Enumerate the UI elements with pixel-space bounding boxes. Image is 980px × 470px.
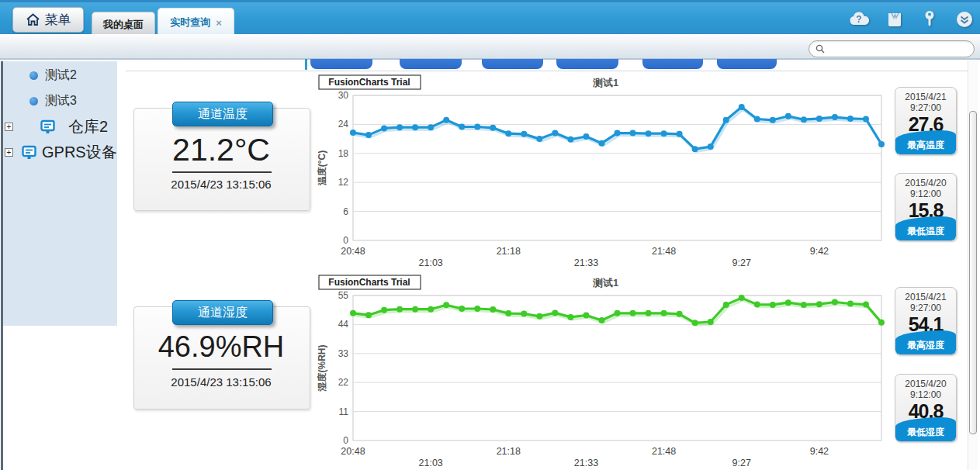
expand-icon[interactable]: + <box>5 148 13 157</box>
data-point <box>615 310 621 316</box>
gift-icon[interactable] <box>884 9 906 29</box>
data-point <box>692 320 698 326</box>
y-tick-label: 55 <box>338 290 349 301</box>
y-tick-label: 24 <box>338 119 349 130</box>
data-point <box>428 306 434 313</box>
stat-card-max-temperature: 2015/4/21 9:27:00 27.6 最高温度 <box>895 87 957 155</box>
y-axis-title: 温度(°C) <box>317 150 327 185</box>
data-point <box>365 132 372 138</box>
y-tick-label: 0 <box>343 235 348 246</box>
data-point <box>474 124 480 130</box>
stat-label: 最高温度 <box>895 130 956 152</box>
close-icon[interactable]: × <box>216 18 222 28</box>
data-point <box>677 131 683 137</box>
channel-pill[interactable] <box>642 59 703 69</box>
pill-row-edge <box>305 59 307 70</box>
data-point <box>583 133 589 140</box>
y-tick-label: 18 <box>338 148 349 159</box>
watermark-label: FusionCharts Trial <box>328 277 410 288</box>
data-point <box>630 310 636 316</box>
stat-label: 最低湿度 <box>895 417 956 439</box>
data-point <box>739 104 745 110</box>
temperature-chart: 0612182430温度(°C)FusionCharts Trial测试120:… <box>314 73 886 271</box>
stat-label: 最低温度 <box>895 216 956 238</box>
tab-label: 我的桌面 <box>103 18 144 32</box>
home-icon <box>26 13 40 26</box>
data-point <box>443 302 449 308</box>
humidity-value: 46.9%RH <box>133 330 309 364</box>
data-point <box>350 310 356 316</box>
stat-label-badge: 最高温度 <box>895 130 956 154</box>
y-tick-label: 44 <box>338 319 349 330</box>
stat-card-min-humidity: 2015/4/20 9:12:00 40.8 最低湿度 <box>895 374 957 442</box>
cloud-help-icon[interactable]: ? <box>849 9 871 29</box>
data-point <box>863 116 869 123</box>
y-tick-label: 22 <box>338 377 349 388</box>
stat-time: 9:27:00 <box>895 302 956 313</box>
stat-date: 2015/4/21 <box>895 292 956 302</box>
data-point <box>708 143 714 150</box>
tab-realtime-query[interactable]: 实时查询 × <box>158 8 234 36</box>
chart-title: 测试1 <box>592 77 618 88</box>
x-tick-label: 9:42 <box>810 446 829 457</box>
tab-label: 实时查询 <box>170 16 210 29</box>
channel-humidity-badge[interactable]: 通道湿度 <box>172 300 273 325</box>
data-point <box>443 117 449 123</box>
data-point <box>847 116 854 122</box>
search-box[interactable] <box>809 40 975 57</box>
search-input[interactable] <box>829 42 968 56</box>
channel-pill[interactable] <box>400 59 462 69</box>
menu-button-label: 菜单 <box>45 11 71 29</box>
data-point <box>801 302 807 308</box>
data-point <box>397 124 403 130</box>
stat-date: 2015/4/21 <box>895 92 956 102</box>
x-tick-label: 9:42 <box>810 246 829 257</box>
stat-card-min-temperature: 2015/4/20 9:12:00 15.8 最低温度 <box>895 173 957 241</box>
x-tick-label: 9:27 <box>732 458 751 468</box>
x-tick-label: 9:27 <box>732 257 751 268</box>
stat-card-max-humidity: 2015/4/21 9:27:00 54.1 最高湿度 <box>895 287 957 355</box>
data-point <box>816 301 822 307</box>
tree-item-gprs-devices[interactable]: + GPRS设备 <box>5 142 117 163</box>
watermark-label: FusionCharts Trial <box>328 77 410 88</box>
data-point <box>754 116 760 123</box>
data-point <box>459 124 465 130</box>
tab-my-desktop[interactable]: 我的桌面 <box>92 12 155 36</box>
data-point <box>505 130 511 137</box>
channel-temperature-badge[interactable]: 通道温度 <box>172 102 273 126</box>
data-point <box>459 306 465 312</box>
channel-pill[interactable] <box>482 59 543 69</box>
data-point <box>770 117 776 123</box>
data-point <box>847 301 854 307</box>
data-point <box>801 116 807 123</box>
y-tick-label: 0 <box>343 435 348 446</box>
expand-icon[interactable]: + <box>5 123 13 131</box>
stat-label-badge: 最低湿度 <box>895 417 956 441</box>
y-tick-label: 11 <box>339 406 349 417</box>
key-icon[interactable] <box>919 9 940 29</box>
data-point <box>692 146 698 152</box>
channel-pill[interactable] <box>556 59 618 69</box>
data-point <box>505 310 511 316</box>
stat-label-badge: 最高湿度 <box>895 330 956 354</box>
data-point <box>661 310 667 316</box>
y-axis-title: 湿度(%RH) <box>317 345 327 392</box>
data-point <box>832 114 838 120</box>
data-point <box>723 117 729 123</box>
data-point <box>521 310 527 316</box>
menu-button[interactable]: 菜单 <box>12 7 84 33</box>
channel-pill[interactable] <box>310 59 372 69</box>
tree-item-warehouse2[interactable]: + 仓库2 <box>5 116 108 137</box>
collapse-icon[interactable] <box>954 9 975 29</box>
tree-item-test3[interactable]: 测试3 <box>29 93 77 109</box>
tree-item-test2[interactable]: 测试2 <box>29 67 77 84</box>
data-point <box>490 125 496 131</box>
data-point <box>412 124 418 130</box>
vertical-scrollbar-thumb[interactable] <box>969 111 977 434</box>
x-tick-label: 21:33 <box>574 257 598 268</box>
app-window: 菜单 我的桌面 实时查询 × ? <box>0 0 980 470</box>
data-point <box>615 130 621 137</box>
channel-pill[interactable] <box>717 59 777 69</box>
data-point <box>365 312 372 318</box>
data-point <box>646 130 652 137</box>
